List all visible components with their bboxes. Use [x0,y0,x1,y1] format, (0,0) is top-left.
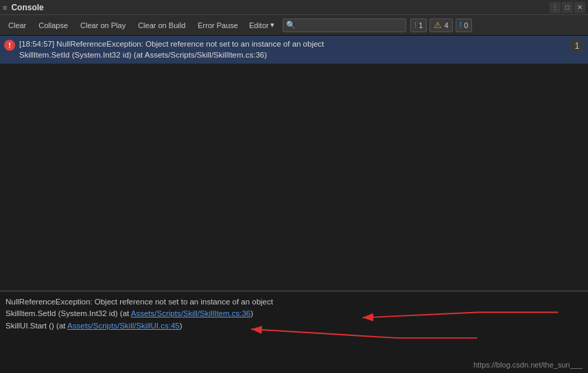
collapse-button[interactable]: Collapse [33,18,73,33]
log-entry-line1: [18:54:57] NullReferenceException: Objec… [19,38,566,49]
title-bar-controls: ⋮ □ ✕ [550,2,585,13]
watermark: https://blog.csdn.net/the_sun___ [473,361,583,369]
log-area[interactable]: ! [18:54:57] NullReferenceException: Obj… [0,36,588,291]
detail-area: NullReferenceException: Object reference… [0,291,588,373]
log-entry-0[interactable]: ! [18:54:57] NullReferenceException: Obj… [0,36,588,64]
chevron-down-icon: ▾ [270,21,274,29]
console-icon: ≡ [3,3,7,12]
log-entry-count: 1 [570,40,584,52]
warning-badge[interactable]: ⚠ 4 [430,19,452,32]
close-button[interactable]: ✕ [574,2,585,13]
detail-line3: SkillUI.Start () (at Assets/Scripts/Skil… [5,320,583,332]
toolbar: Clear Collapse Clear on Play Clear on Bu… [0,15,588,36]
search-icon: 🔍 [286,21,296,29]
info-count: 0 [464,21,468,29]
maximize-button[interactable]: □ [562,2,573,13]
search-box[interactable]: 🔍 [283,19,406,32]
menu-button[interactable]: ⋮ [550,2,561,13]
info-icon: ! [460,20,462,30]
error-badge[interactable]: ! 1 [410,19,427,32]
warning-count: 4 [444,21,448,29]
detail-link-1[interactable]: Assets/Scripts/Skill/SkillItem.cs:36 [131,309,250,317]
error-pause-button[interactable]: Error Pause [192,18,244,33]
warning-icon: ⚠ [434,20,442,30]
badge-group: ! 1 ⚠ 4 ! 0 [410,19,473,32]
error-count: 1 [419,21,423,29]
log-entry-line2: SkillItem.SetId (System.Int32 id) (at As… [19,49,566,60]
error-entry-icon: ! [4,40,15,51]
error-icon: ! [414,20,417,30]
title-bar: ≡ Console ⋮ □ ✕ [0,0,588,15]
clear-button[interactable]: Clear [3,18,32,33]
detail-text: NullReferenceException: Object reference… [5,296,583,332]
detail-line2: SkillItem.SetId (System.Int32 id) (at As… [5,308,583,320]
window-title: Console [11,3,43,12]
clear-on-play-button[interactable]: Clear on Play [75,18,131,33]
title-bar-left: ≡ Console [3,3,44,12]
log-entry-text: [18:54:57] NullReferenceException: Objec… [19,38,566,60]
editor-dropdown[interactable]: Editor ▾ [245,18,279,33]
detail-link-2[interactable]: Assets/Scripts/Skill/SkillUI.cs:45 [67,322,180,330]
clear-on-build-button[interactable]: Clear on Build [132,18,191,33]
search-input[interactable] [298,21,403,29]
detail-line1: NullReferenceException: Object reference… [5,296,583,308]
info-badge[interactable]: ! 0 [456,19,473,32]
